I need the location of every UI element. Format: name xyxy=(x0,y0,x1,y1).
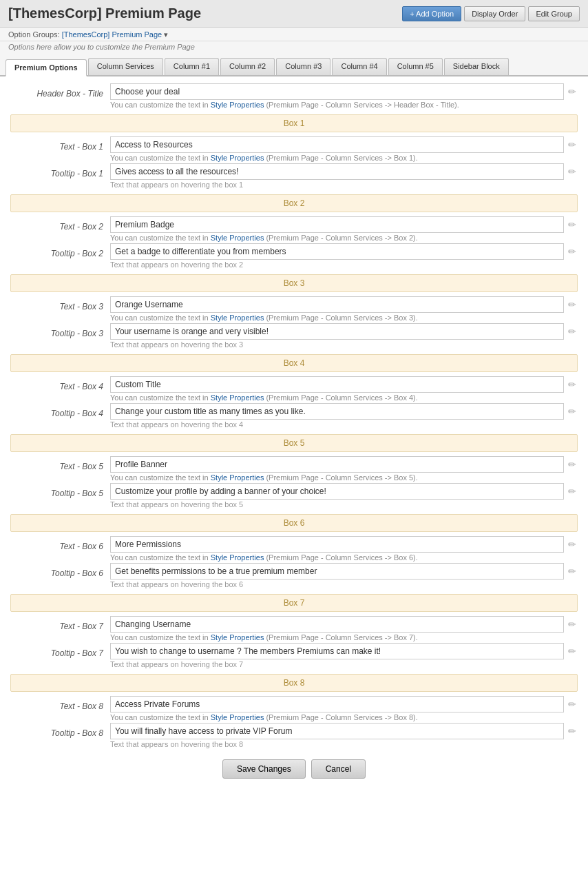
tooltip-box-5-input[interactable] xyxy=(110,483,564,500)
tooltip-box-8-label: Tooltip - Box 8 xyxy=(10,725,110,738)
tooltip-box-3-input[interactable] xyxy=(110,323,564,340)
text-box-7-input[interactable] xyxy=(110,616,564,633)
tooltip-box-5-pencil[interactable]: ✏ xyxy=(567,486,578,497)
text-box-3-label: Text - Box 3 xyxy=(10,298,110,311)
page-wrapper: [ThemesCorp] Premium Page + Add Option D… xyxy=(0,0,588,882)
tooltip-box-8-pencil[interactable]: ✏ xyxy=(567,726,578,737)
tab-sidebar-block[interactable]: Sidebar Block xyxy=(444,58,509,75)
text-box-4-hint: You can customize the text in Style Prop… xyxy=(110,393,578,402)
text-box-6-input[interactable] xyxy=(110,536,564,553)
italic-note: Options here allow you to customize the … xyxy=(0,41,588,54)
tooltip-box-4-note: Text that appears on hovering the box 4 xyxy=(110,420,578,429)
option-groups-link[interactable]: [ThemesCorp] Premium Page xyxy=(62,30,162,39)
tooltip-box-1-input[interactable] xyxy=(110,163,564,180)
text-box-5-input[interactable] xyxy=(110,456,564,473)
text-box-2-label: Text - Box 2 xyxy=(10,218,110,232)
text-box-8-style-link[interactable]: Style Properties xyxy=(211,713,264,721)
text-box-7-pencil[interactable]: ✏ xyxy=(567,619,578,630)
text-box-8-row: Text - Box 8 ✏ xyxy=(10,696,578,712)
header-box-title-input[interactable] xyxy=(110,83,564,100)
tooltip-box-8-input-wrap: ✏ xyxy=(110,723,578,739)
page-header: [ThemesCorp] Premium Page + Add Option D… xyxy=(0,0,588,28)
page-title: [ThemesCorp] Premium Page xyxy=(8,6,201,21)
tooltip-box-6-pencil[interactable]: ✏ xyxy=(567,566,578,577)
tooltip-box-5-input-wrap: ✏ xyxy=(110,483,578,500)
header-box-title-style-link[interactable]: Style Properties xyxy=(211,101,264,109)
text-box-3-row: Text - Box 3 ✏ xyxy=(10,296,578,313)
tooltip-box-4-pencil[interactable]: ✏ xyxy=(567,406,578,417)
tooltip-box-7-input[interactable] xyxy=(110,643,564,659)
tooltip-box-3-pencil[interactable]: ✏ xyxy=(567,326,578,337)
display-order-button[interactable]: Display Order xyxy=(464,6,525,21)
tab-column-2[interactable]: Column #2 xyxy=(220,58,275,75)
tooltip-box-4-input-wrap: ✏ xyxy=(110,403,578,420)
text-box-3-input-wrap: ✏ xyxy=(110,296,578,313)
text-box-5-hint: You can customize the text in Style Prop… xyxy=(110,473,578,482)
tabs-row: Premium Options Column Services Column #… xyxy=(0,54,588,76)
tooltip-box-8-input[interactable] xyxy=(110,723,564,739)
text-box-5-pencil[interactable]: ✏ xyxy=(567,459,578,470)
header-buttons: + Add Option Display Order Edit Group xyxy=(402,6,580,21)
edit-group-button[interactable]: Edit Group xyxy=(528,6,580,21)
text-box-5-label: Text - Box 5 xyxy=(10,458,110,471)
tab-column-5[interactable]: Column #5 xyxy=(388,58,443,75)
tooltip-box-8-note: Text that appears on hovering the box 8 xyxy=(110,740,578,748)
tab-column-4[interactable]: Column #4 xyxy=(332,58,386,75)
text-box-5-input-wrap: ✏ xyxy=(110,456,578,473)
tooltip-box-4-label: Tooltip - Box 4 xyxy=(10,405,110,418)
tooltip-box-6-note: Text that appears on hovering the box 6 xyxy=(110,580,578,588)
tooltip-box-1-input-wrap: ✏ xyxy=(110,163,578,180)
text-box-8-hint: You can customize the text in Style Prop… xyxy=(110,713,578,721)
text-box-1-hint: You can customize the text in Style Prop… xyxy=(110,154,578,162)
tooltip-box-3-row: Tooltip - Box 3 ✏ xyxy=(10,323,578,340)
save-changes-button[interactable]: Save Changes xyxy=(222,759,306,779)
tooltip-box-7-pencil[interactable]: ✏ xyxy=(567,646,578,657)
text-box-1-input[interactable] xyxy=(110,136,564,153)
text-box-4-style-link[interactable]: Style Properties xyxy=(211,393,264,402)
tab-column-3[interactable]: Column #3 xyxy=(276,58,330,75)
text-box-6-pencil[interactable]: ✏ xyxy=(567,539,578,550)
text-box-6-style-link[interactable]: Style Properties xyxy=(211,553,264,562)
text-box-4-row: Text - Box 4 ✏ xyxy=(10,376,578,393)
tooltip-box-6-input[interactable] xyxy=(110,563,564,580)
main-content: Header Box - Title ✏ You can customize t… xyxy=(0,76,588,792)
tab-premium-options[interactable]: Premium Options xyxy=(6,59,87,76)
text-box-4-input[interactable] xyxy=(110,376,564,393)
tab-column-services[interactable]: Column Services xyxy=(88,58,163,75)
tooltip-box-2-pencil[interactable]: ✏ xyxy=(567,246,578,257)
option-groups-label: Option Groups: xyxy=(8,30,60,39)
tooltip-box-4-input[interactable] xyxy=(110,403,564,420)
text-box-5-row: Text - Box 5 ✏ xyxy=(10,456,578,473)
tooltip-box-1-pencil[interactable]: ✏ xyxy=(567,166,578,177)
cancel-button[interactable]: Cancel xyxy=(311,759,366,779)
text-box-4-pencil[interactable]: ✏ xyxy=(567,379,578,390)
text-box-7-row: Text - Box 7 ✏ xyxy=(10,616,578,633)
box-2-divider: Box 2 xyxy=(10,194,578,212)
text-box-5-style-link[interactable]: Style Properties xyxy=(211,473,264,482)
tooltip-box-3-input-wrap: ✏ xyxy=(110,323,578,340)
box-3-divider: Box 3 xyxy=(10,274,578,292)
text-box-3-input[interactable] xyxy=(110,296,564,313)
text-box-3-style-link[interactable]: Style Properties xyxy=(211,314,264,322)
text-box-1-pencil[interactable]: ✏ xyxy=(567,139,578,150)
header-box-title-pencil[interactable]: ✏ xyxy=(567,86,578,97)
text-box-2-pencil[interactable]: ✏ xyxy=(567,219,578,230)
box-6-divider: Box 6 xyxy=(10,514,578,532)
tooltip-box-4-row: Tooltip - Box 4 ✏ xyxy=(10,403,578,420)
box-1-divider: Box 1 xyxy=(10,114,578,132)
tooltip-box-8-row: Tooltip - Box 8 ✏ xyxy=(10,723,578,739)
text-box-1-style-link[interactable]: Style Properties xyxy=(211,154,264,162)
text-box-2-style-link[interactable]: Style Properties xyxy=(211,234,264,242)
tab-column-1[interactable]: Column #1 xyxy=(165,58,219,75)
add-option-button[interactable]: + Add Option xyxy=(402,6,461,21)
text-box-7-style-link[interactable]: Style Properties xyxy=(211,633,264,642)
text-box-8-input[interactable] xyxy=(110,696,564,712)
header-box-title-label: Header Box - Title xyxy=(10,85,110,99)
header-box-title-row: Header Box - Title ✏ xyxy=(10,83,578,100)
text-box-7-input-wrap: ✏ xyxy=(110,616,578,633)
tooltip-box-2-input[interactable] xyxy=(110,243,564,260)
text-box-3-pencil[interactable]: ✏ xyxy=(567,299,578,310)
header-box-title-hint: You can customize the text in Style Prop… xyxy=(110,101,578,109)
text-box-2-input[interactable] xyxy=(110,216,564,233)
text-box-8-pencil[interactable]: ✏ xyxy=(567,699,578,710)
